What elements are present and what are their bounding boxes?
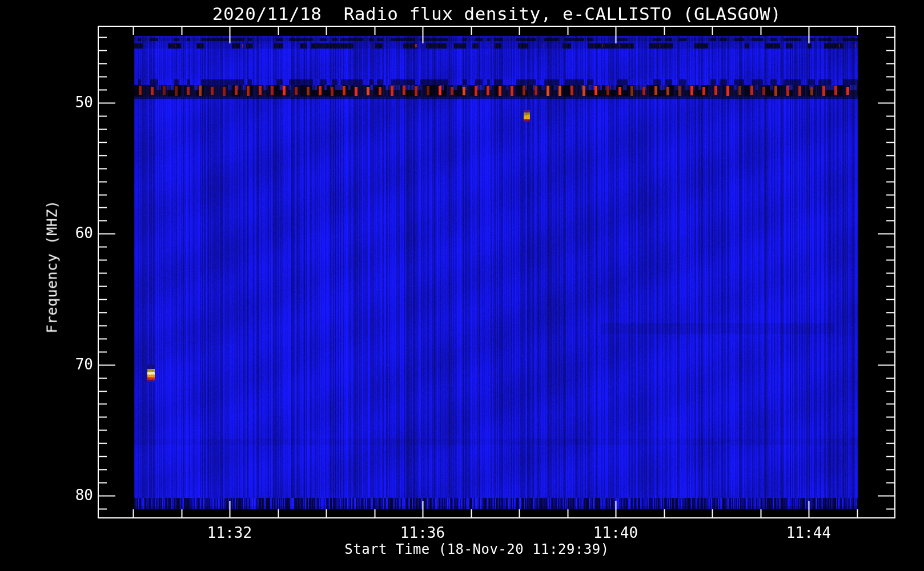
x-tick-label-1144: 11:44	[763, 524, 854, 541]
y-tick-label-60: 60	[34, 224, 93, 242]
x-tick-label-1132: 11:32	[184, 524, 275, 541]
y-axis-title: Frequency (MHZ)	[44, 200, 61, 333]
y-tick-label-70: 70	[34, 356, 93, 373]
x-axis-title: Start Time (18-Nov-20 11:29:39)	[344, 541, 609, 557]
y-tick-label-80: 80	[34, 486, 93, 504]
y-tick-label-50: 50	[34, 94, 93, 111]
spectrogram-canvas	[0, 0, 924, 571]
spectrogram-figure: 2020/11/18 Radio flux density, e-CALLIST…	[0, 0, 924, 571]
x-tick-label-1140: 11:40	[570, 524, 661, 541]
chart-title: 2020/11/18 Radio flux density, e-CALLIST…	[97, 3, 897, 24]
x-tick-label-1136: 11:36	[377, 524, 468, 541]
